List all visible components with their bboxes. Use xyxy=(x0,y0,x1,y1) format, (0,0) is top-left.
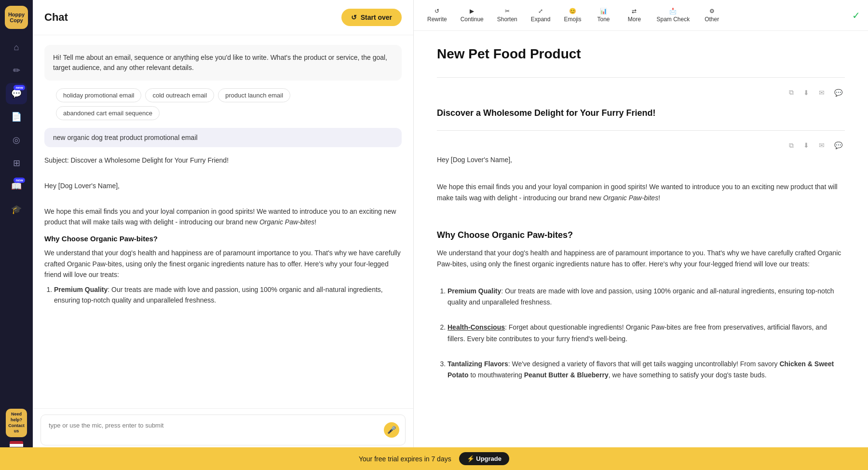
rewrite-button[interactable]: ↺ Rewrite xyxy=(421,5,453,26)
section-2-actions: ⧉ ⬇ ✉ 💬 xyxy=(437,140,845,151)
grid-icon: ⊞ xyxy=(13,158,20,168)
sidebar-item-chat[interactable]: 💬 new xyxy=(6,83,27,104)
email-intro: We hope this email finds you and your lo… xyxy=(437,181,845,204)
doc-title: New Pet Food Product xyxy=(437,46,845,62)
more-button[interactable]: ⇄ More xyxy=(620,5,649,26)
ai-italic: Organic Paw-bites xyxy=(259,218,314,226)
target-icon: ◎ xyxy=(13,135,20,145)
comment-button[interactable]: 💬 xyxy=(832,87,845,97)
rewrite-icon: ↺ xyxy=(434,8,439,14)
trial-banner: Your free trial expires in 7 days ⚡ Upgr… xyxy=(0,447,868,470)
document-icon: 📄 xyxy=(11,111,22,122)
chat-input[interactable] xyxy=(41,415,405,443)
copy-button[interactable]: ⧉ xyxy=(787,87,796,97)
email-list-text-3c: , we have something to satisfy your dog'… xyxy=(609,371,767,379)
shorten-icon: ✂ xyxy=(505,8,510,14)
sidebar-item-home[interactable]: ⌂ xyxy=(6,37,27,58)
expand-button[interactable]: ⤢ Expand xyxy=(525,5,556,26)
sidebar-item-edit[interactable]: ✏ xyxy=(6,60,27,81)
mic-button[interactable]: 🎤 xyxy=(384,422,399,438)
chip-cold-outreach[interactable]: cold outreach email xyxy=(145,88,214,102)
email-subject: Discover a Wholesome Delight for Your Fu… xyxy=(437,106,845,121)
continue-button[interactable]: ▶ Continue xyxy=(455,5,489,26)
ai-list: Premium Quality: Our treats are made wit… xyxy=(44,284,402,306)
doc-divider-1 xyxy=(437,77,845,78)
chip-holiday[interactable]: holiday promotional email xyxy=(56,88,141,102)
chat-title: Chat xyxy=(44,11,68,24)
editor-panel: ↺ Rewrite ▶ Continue ✂ Shorten ⤢ Expand … xyxy=(414,0,868,470)
sidebar-item-grid[interactable]: ⊞ xyxy=(6,152,27,174)
ai-why-heading: Why Choose Organic Paw-bites? xyxy=(44,233,402,245)
shorten-button[interactable]: ✂ Shorten xyxy=(491,5,523,26)
sidebar-item-target[interactable]: ◎ xyxy=(6,129,27,151)
book-badge: new xyxy=(14,178,25,183)
list-item-1: Premium Quality: Our treats are made wit… xyxy=(54,284,402,306)
ai-response: Subject: Discover a Wholesome Delight fo… xyxy=(44,155,402,311)
email-greeting: Hey [Dog Lover's Name], xyxy=(437,154,845,166)
email-list-bold-2: Health-Conscious xyxy=(448,323,505,331)
sidebar-item-graduate[interactable]: 🎓 xyxy=(6,199,27,220)
section-1-actions: ⧉ ⬇ ✉ 💬 xyxy=(437,87,845,97)
email-list-item-1: Premium Quality: Our treats are made wit… xyxy=(448,286,845,308)
email-list-bold-1: Premium Quality xyxy=(448,287,501,295)
emojis-button[interactable]: 😊 Emojis xyxy=(558,5,587,26)
email-list-bold-3: Tantalizing Flavors xyxy=(448,360,508,368)
list-item-1-bold: Premium Quality xyxy=(54,286,108,293)
continue-icon: ▶ xyxy=(470,8,474,14)
start-over-button[interactable]: ↺ Start over xyxy=(341,9,402,26)
ai-why-body: We understand that your dog's health and… xyxy=(44,248,402,280)
download-button[interactable]: ⬇ xyxy=(801,87,812,97)
expand-icon: ⤢ xyxy=(538,8,543,14)
sidebar: HoppyCopy ⌂ ✏ 💬 new 📄 ◎ ⊞ 📖 new 🎓 Need h… xyxy=(0,0,33,470)
ai-intro-paragraph: We hope this email finds you and your lo… xyxy=(44,206,402,228)
chip-product-launch[interactable]: product launch email xyxy=(218,88,290,102)
sidebar-item-document[interactable]: 📄 xyxy=(6,106,27,127)
email-italic: Organic Paw-bites xyxy=(603,194,658,202)
email-list-text-3b: to mouthwatering xyxy=(469,371,524,379)
emojis-icon: 😊 xyxy=(569,8,576,14)
upgrade-button[interactable]: ⚡ Upgrade xyxy=(459,452,509,465)
tone-toolbar-icon: 📊 xyxy=(600,8,607,14)
tone-button[interactable]: 📊 Tone xyxy=(589,5,618,26)
suggestion-chips: holiday promotional email cold outreach … xyxy=(44,88,402,120)
intro-message: Hi! Tell me about an email, sequence or … xyxy=(44,45,402,81)
email-inline-bold-2: Peanut Butter & Blueberry xyxy=(524,371,609,379)
sidebar-item-book[interactable]: 📖 new xyxy=(6,176,27,197)
chat-input-box: 🎤 xyxy=(41,415,406,445)
email-why-heading: Why Choose Organic Paw-bites? xyxy=(437,228,845,243)
chip-abandoned-cart[interactable]: abandoned cart email sequence xyxy=(56,106,160,120)
help-contact-button[interactable]: Need help?Contact us xyxy=(6,409,27,437)
email-list-text-3: : We've designed a variety of flavors th… xyxy=(508,360,780,368)
chat-messages: Hi! Tell me about an email, sequence or … xyxy=(33,35,413,408)
trial-message: Your free trial expires in 7 days xyxy=(359,455,451,463)
download-button-2[interactable]: ⬇ xyxy=(801,140,812,151)
graduate-icon: 🎓 xyxy=(11,204,22,215)
spam-check-icon: 📩 xyxy=(669,8,677,14)
copy-button-2[interactable]: ⧉ xyxy=(787,140,796,151)
email-section-1: Discover a Wholesome Delight for Your Fu… xyxy=(437,106,845,381)
ai-subject-line: Subject: Discover a Wholesome Delight fo… xyxy=(44,155,402,166)
doc-divider-2 xyxy=(437,130,845,131)
email-list-item-2: Health-Conscious: Forget about questiona… xyxy=(448,322,845,344)
editor-content: New Pet Food Product ⧉ ⬇ ✉ 💬 Discover a … xyxy=(414,31,868,470)
chat-input-area: 🎤 xyxy=(33,408,413,451)
other-button[interactable]: ⚙ Other xyxy=(697,5,726,26)
check-icon: ✓ xyxy=(852,10,860,21)
edit-icon: ✏ xyxy=(13,65,20,76)
chat-header: Chat ↺ Start over xyxy=(33,0,413,35)
chat-badge: new xyxy=(14,85,25,90)
refresh-icon: ↺ xyxy=(351,14,357,21)
comment-button-2[interactable]: 💬 xyxy=(832,140,845,151)
chat-panel: Chat ↺ Start over Hi! Tell me about an e… xyxy=(33,0,414,470)
other-icon: ⚙ xyxy=(709,8,715,14)
email-button-2[interactable]: ✉ xyxy=(816,140,827,151)
more-icon: ⇄ xyxy=(632,8,637,14)
ai-greeting: Hey [Dog Lover's Name], xyxy=(44,180,402,191)
email-button[interactable]: ✉ xyxy=(816,87,827,97)
email-list-item-3: Tantalizing Flavors: We've designed a va… xyxy=(448,359,845,381)
editor-toolbar: ↺ Rewrite ▶ Continue ✂ Shorten ⤢ Expand … xyxy=(414,0,868,31)
email-list: Premium Quality: Our treats are made wit… xyxy=(437,286,845,381)
spam-check-button[interactable]: 📩 Spam Check xyxy=(651,5,695,26)
email-list-text-1: : Our treats are made with love and pass… xyxy=(448,287,834,306)
app-logo[interactable]: HoppyCopy xyxy=(5,6,28,29)
